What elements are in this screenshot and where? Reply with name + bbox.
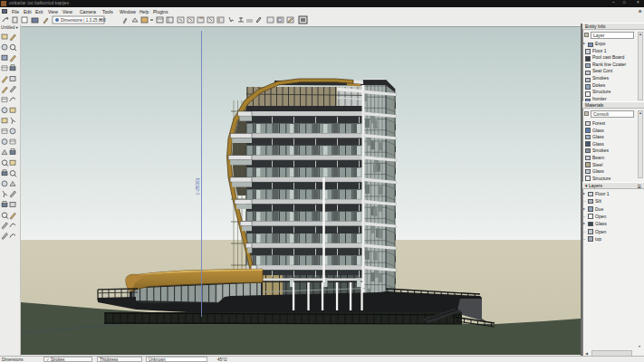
- svg-text:Dimensions | 1.3.25.608: Dimensions | 1.3.25.608: [61, 18, 106, 23]
- svg-text:(~25000): (~25000): [196, 177, 200, 195]
